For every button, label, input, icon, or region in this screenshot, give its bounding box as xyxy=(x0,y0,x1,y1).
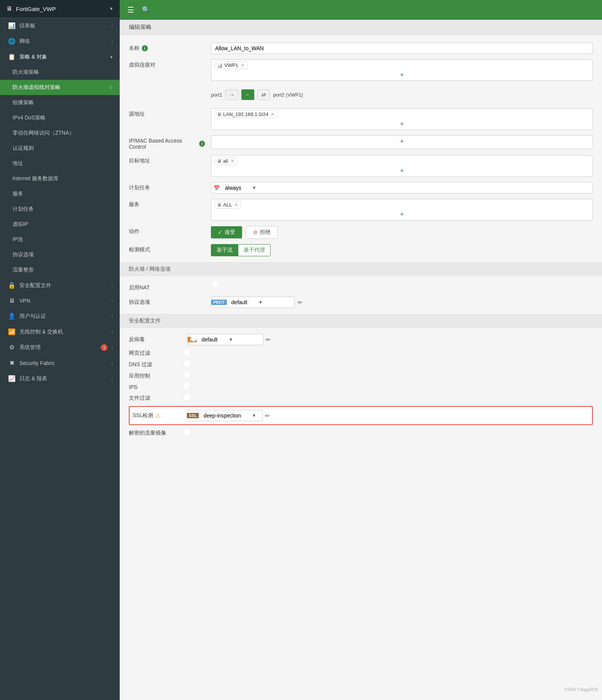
sidebar-item-ipv4dos[interactable]: IPv4 DoS策略 xyxy=(0,110,120,125)
vwp-chip-icon: 📊 xyxy=(217,63,223,68)
proto-badge: PROT xyxy=(211,300,227,305)
ssl-edit-icon[interactable]: ✏ xyxy=(265,412,270,419)
source-chip-close[interactable]: ✕ xyxy=(271,111,275,117)
name-info-icon[interactable]: i xyxy=(142,45,148,51)
ssl-select[interactable]: deep-inspection xyxy=(200,410,252,421)
mode-proxy-btn[interactable]: 基于代理 xyxy=(238,244,271,256)
sidebar-item-schedule[interactable]: 计划任务 xyxy=(0,202,120,217)
user-auth-arrow: › xyxy=(111,314,113,319)
sidebar-item-security-fabric[interactable]: ✖ Security Fabric › xyxy=(0,355,120,371)
log-report-arrow: › xyxy=(111,376,113,381)
ssl-badge: SSL xyxy=(187,413,199,418)
policy-arrow: ∨ xyxy=(110,54,113,59)
form-area: 名称 i 虚拟连接对 📊 VWP1 ✕ xyxy=(120,35,602,700)
dir-btn-both[interactable]: ⇄ xyxy=(257,89,270,100)
ipmac-info-icon[interactable]: i xyxy=(199,141,205,147)
direction-spacer xyxy=(129,86,205,89)
action-row: 动作 ✓ 接受 ⊘ 拒绝 xyxy=(129,226,593,239)
antivirus-row: 反病毒 AV default ▼ ✏ xyxy=(129,334,593,345)
policy-icon: 📋 xyxy=(8,53,16,60)
page-header: 编辑策略 xyxy=(120,20,602,35)
service-add-btn[interactable]: + xyxy=(214,210,589,219)
antivirus-edit-icon[interactable]: ✏ xyxy=(266,336,271,343)
mode-flow-btn[interactable]: 基于流 xyxy=(211,244,238,256)
device-icon: 🖥 xyxy=(6,5,12,12)
vwp-add-btn[interactable]: + xyxy=(214,71,589,79)
dest-chip-close[interactable]: ✕ xyxy=(230,158,234,164)
dest-chip: 🖥 all ✕ xyxy=(214,157,237,165)
appcontrol-label: 应用控制 xyxy=(129,373,178,379)
vwp-value-box: 📊 VWP1 ✕ + xyxy=(211,59,593,81)
sidebar-item-ip-pool[interactable]: IP池 xyxy=(0,232,120,247)
page-title: 编辑策略 xyxy=(129,24,152,30)
sidebar-item-vpn[interactable]: 🖥 VPN › xyxy=(0,293,120,308)
antivirus-select[interactable]: default xyxy=(198,334,228,345)
source-add-btn[interactable]: + xyxy=(214,120,589,128)
schedule-select[interactable]: always xyxy=(222,183,252,193)
protocol-select[interactable]: default xyxy=(228,297,258,308)
mode-row: 检测模式 基于流 基于代理 xyxy=(129,244,593,256)
search-icon[interactable]: 🔍 xyxy=(142,6,150,14)
sidebar-item-policy-objects[interactable]: 📋 策略 & 对象 ∨ xyxy=(0,49,120,65)
system-badge: 1 xyxy=(101,344,108,351)
sidebar-item-service[interactable]: 服务 xyxy=(0,186,120,202)
ipmac-add-btn[interactable]: + xyxy=(214,137,589,146)
ipmac-value-box: + xyxy=(211,135,593,149)
name-input[interactable] xyxy=(211,43,593,54)
nat-row: 启用NAT xyxy=(129,282,593,291)
dir-btn-left[interactable]: ← xyxy=(241,89,254,100)
dir-btn-right[interactable]: → xyxy=(225,89,238,100)
sidebar-item-network[interactable]: 🌐 网络 › xyxy=(0,33,120,49)
sidebar-item-ztna[interactable]: 零信任网络访问（ZTNA） xyxy=(0,125,120,141)
name-row: 名称 i xyxy=(129,43,593,54)
sidebar-item-dashboard[interactable]: 📊 仪表板 › xyxy=(0,18,120,33)
sidebar-item-user-auth[interactable]: 👤 用户与认证 › xyxy=(0,308,120,324)
accept-button[interactable]: ✓ 接受 xyxy=(211,226,242,238)
dest-add-btn[interactable]: + xyxy=(214,167,589,175)
ips-label: IPS xyxy=(129,384,178,390)
deny-button[interactable]: ⊘ 拒绝 xyxy=(246,226,278,239)
sidebar-item-vwp-policy[interactable]: 防火墙虚拟线对策略 ☆ xyxy=(0,80,120,95)
service-chip-text: ALL xyxy=(223,202,232,208)
ssl-row: SSL检测 ⚠ SSL deep-inspection ▼ ✏ xyxy=(133,410,589,421)
vwp-star-icon[interactable]: ☆ xyxy=(109,85,113,90)
schedule-icon: 📅 xyxy=(211,185,222,191)
appcontrol-row: 应用控制 xyxy=(129,373,593,379)
action-label: 动作 xyxy=(129,226,205,235)
sidebar-header-arrow[interactable]: ▼ xyxy=(109,6,114,11)
sidebar-header-device[interactable]: 🖥 FortiGate_VWP xyxy=(6,5,56,12)
sidebar-item-system[interactable]: ⚙ 系统管理 1 › xyxy=(0,340,120,355)
sidebar-item-virtual-ip[interactable]: 虚拟IP xyxy=(0,217,120,232)
watermark: CSDN ©Aggy阿吉 xyxy=(564,687,598,692)
protocol-dropdown-icon: ▼ xyxy=(258,300,265,305)
service-chip-close[interactable]: ✕ xyxy=(234,202,238,208)
ssl-warn-icon: ⚠ xyxy=(155,412,160,419)
sidebar-item-address[interactable]: 地址 xyxy=(0,156,120,171)
sidebar-item-wireless[interactable]: 📶 无线控制 & 交换机 › xyxy=(0,324,120,340)
security-fabric-icon: ✖ xyxy=(8,359,16,367)
sidebar-item-log-report[interactable]: 📈 日志 & 报表 › xyxy=(0,371,120,386)
menu-icon[interactable]: ☰ xyxy=(127,5,134,14)
sidebar-item-protocol-options[interactable]: 协议选项 xyxy=(0,247,120,262)
sidebar-item-traffic-shaping[interactable]: 流量整形 xyxy=(0,262,120,278)
network-arrow: › xyxy=(111,39,113,44)
vwp-chip-close[interactable]: ✕ xyxy=(241,62,245,68)
sidebar-item-internet-db[interactable]: Internet 服务数据库 xyxy=(0,171,120,186)
ipmac-label: IP/MAC Based Access Control i xyxy=(129,135,205,150)
sidebar-item-security-profiles[interactable]: 🔒 安全配置文件 › xyxy=(0,278,120,293)
sidebar-item-firewall-policy[interactable]: 防火墙策略 xyxy=(0,65,120,80)
sidebar-item-multicast[interactable]: 组播策略 xyxy=(0,95,120,110)
user-auth-icon: 👤 xyxy=(8,313,16,320)
service-chip: 🖥 ALL ✕ xyxy=(214,201,241,209)
service-value-box: 🖥 ALL ✕ + xyxy=(211,199,593,221)
service-label: 服务 xyxy=(129,199,205,208)
antivirus-label: 反病毒 xyxy=(129,336,178,343)
ipmac-row: IP/MAC Based Access Control i + xyxy=(129,135,593,150)
sidebar-item-auth[interactable]: 认证规则 xyxy=(0,141,120,156)
ssl-highlight-box: SSL检测 ⚠ SSL deep-inspection ▼ ✏ xyxy=(129,406,593,425)
decrypt-label: 解密的流量镜像 xyxy=(129,430,178,437)
dest-chip-icon: 🖥 xyxy=(217,159,222,164)
protocol-edit-icon[interactable]: ✏ xyxy=(298,299,303,306)
dns-label: DNS 过滤 xyxy=(129,361,178,368)
sidebar: 🖥 FortiGate_VWP ▼ 📊 仪表板 › 🌐 网络 › 📋 策略 & … xyxy=(0,0,120,700)
